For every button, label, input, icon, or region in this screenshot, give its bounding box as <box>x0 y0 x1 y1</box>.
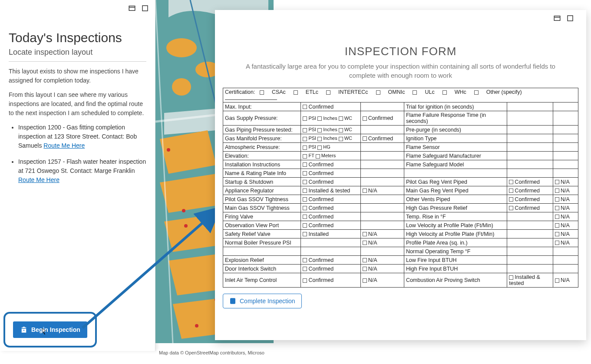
field-label: Pilot Gas SSOV Tightness <box>223 195 301 204</box>
route-link[interactable]: Route Me Here <box>18 176 59 183</box>
table-row: Inlet Air Temp ControlConfirmedN/ACombus… <box>223 273 578 288</box>
cert-option[interactable]: WHc <box>442 89 466 95</box>
dock-left-icon[interactable] <box>553 14 561 24</box>
table-row: Safety Relief ValveInstalledN/AHigh Velo… <box>223 230 578 238</box>
field-check[interactable] <box>360 143 404 152</box>
dock-left-icon[interactable] <box>128 4 136 14</box>
field-check[interactable]: Confirmed <box>301 178 360 186</box>
field-check[interactable]: Confirmed <box>301 273 360 288</box>
complete-inspection-button[interactable]: Complete Inspection <box>223 294 302 308</box>
field-check[interactable]: Confirmed <box>507 186 553 195</box>
field-check[interactable] <box>360 152 404 160</box>
field-na[interactable] <box>360 160 404 169</box>
field-check[interactable]: Confirmed <box>301 256 360 265</box>
field-na[interactable] <box>553 143 578 152</box>
field-na[interactable] <box>553 247 578 256</box>
field-check[interactable]: Installed <box>301 230 360 238</box>
field-na[interactable] <box>360 212 404 221</box>
field-na[interactable] <box>553 152 578 160</box>
maximize-icon[interactable] <box>141 4 149 14</box>
begin-inspection-button[interactable]: Begin Inspection <box>13 321 87 338</box>
field-na[interactable]: N/A <box>553 186 578 195</box>
field-na[interactable]: N/A <box>360 186 404 195</box>
field-check[interactable]: Installed & tested <box>301 186 360 195</box>
field-na[interactable]: N/A <box>553 238 578 247</box>
cert-option[interactable]: OMNIc <box>376 89 405 95</box>
field-na[interactable]: N/A <box>360 265 404 273</box>
field-na[interactable]: N/A <box>360 256 404 265</box>
field-check[interactable] <box>301 238 360 247</box>
field-units[interactable]: PSI Inches WC <box>301 134 360 143</box>
field-check[interactable]: Confirmed <box>507 178 553 186</box>
field-check[interactable]: Confirmed <box>301 160 360 169</box>
field-na[interactable]: N/A <box>553 204 578 212</box>
field-check[interactable]: Confirmed <box>301 204 360 212</box>
field-na[interactable]: N/A <box>553 273 578 288</box>
field-check[interactable] <box>507 152 553 160</box>
field-na[interactable]: N/A <box>553 178 578 186</box>
field-na[interactable] <box>360 169 404 178</box>
field-na[interactable]: N/A <box>553 221 578 230</box>
field-na[interactable] <box>553 265 578 273</box>
field-na[interactable] <box>553 126 578 134</box>
field-check[interactable]: Confirmed <box>360 111 404 126</box>
field-na[interactable] <box>553 169 578 178</box>
field-check[interactable] <box>507 221 553 230</box>
field-check[interactable] <box>507 265 553 273</box>
field-check[interactable]: Confirmed <box>301 103 360 111</box>
field-check[interactable]: Installed & tested <box>507 273 553 288</box>
field-check[interactable] <box>507 247 553 256</box>
field-check[interactable] <box>301 247 360 256</box>
field-check[interactable] <box>507 169 553 178</box>
field-na[interactable] <box>553 103 578 111</box>
field-units[interactable]: PSI Inches WC <box>301 126 360 134</box>
field-units[interactable]: PSI Inches WC <box>301 111 360 126</box>
field-na[interactable]: N/A <box>360 238 404 247</box>
field-units[interactable]: PSI HG <box>301 143 360 152</box>
field-na[interactable]: N/A <box>360 273 404 288</box>
field-check[interactable] <box>507 256 553 265</box>
field-check[interactable]: Confirmed <box>301 212 360 221</box>
field-na[interactable] <box>360 103 404 111</box>
field-check[interactable] <box>507 103 553 111</box>
field-na[interactable]: N/A <box>553 195 578 204</box>
field-na[interactable] <box>360 221 404 230</box>
field-na[interactable] <box>553 256 578 265</box>
begin-label: Begin Inspection <box>31 326 80 333</box>
cert-option[interactable]: ETLc <box>294 89 318 95</box>
field-check[interactable]: Confirmed <box>507 195 553 204</box>
field-check[interactable] <box>360 126 404 134</box>
field-check[interactable] <box>507 212 553 221</box>
cert-option[interactable]: CSAc <box>260 89 286 95</box>
field-na[interactable] <box>553 111 578 126</box>
field-check[interactable]: Confirmed <box>301 265 360 273</box>
field-check[interactable]: Confirmed <box>360 134 404 143</box>
field-check[interactable] <box>507 134 553 143</box>
field-check[interactable] <box>507 230 553 238</box>
field-na[interactable] <box>360 195 404 204</box>
cert-option[interactable]: Other (specify) <box>474 89 522 95</box>
field-na[interactable]: N/A <box>360 230 404 238</box>
route-link[interactable]: Route Me Here <box>43 142 85 149</box>
field-na[interactable]: N/A <box>553 230 578 238</box>
field-na[interactable] <box>360 204 404 212</box>
field-na[interactable] <box>553 134 578 143</box>
field-na[interactable] <box>553 160 578 169</box>
field-check[interactable]: Confirmed <box>507 204 553 212</box>
field-label <box>223 247 301 256</box>
cert-option[interactable]: INTERTECc <box>326 89 368 95</box>
field-units[interactable]: FT Meters <box>301 152 360 160</box>
maximize-icon[interactable] <box>566 14 574 24</box>
field-check[interactable] <box>507 126 553 134</box>
field-check[interactable] <box>507 111 553 126</box>
field-check[interactable]: Confirmed <box>301 195 360 204</box>
field-check[interactable] <box>507 238 553 247</box>
field-na[interactable]: N/A <box>553 212 578 221</box>
field-check[interactable]: Confirmed <box>301 221 360 230</box>
field-check[interactable]: Confirmed <box>301 169 360 178</box>
field-na[interactable] <box>360 178 404 186</box>
field-check[interactable] <box>507 143 553 152</box>
field-na[interactable] <box>360 247 404 256</box>
field-check[interactable] <box>507 160 553 169</box>
cert-option[interactable]: ULc <box>413 89 434 95</box>
